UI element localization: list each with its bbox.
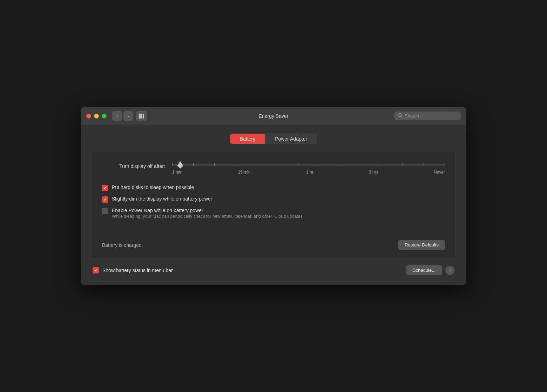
search-bar[interactable] (394, 111, 461, 120)
svg-rect-6 (139, 117, 141, 119)
app-window: ‹ › Energy Saver (81, 107, 466, 285)
slider-track-wrap (172, 161, 445, 168)
checkbox-section: ✓ Put hard disks to sleep when possible … (102, 184, 445, 219)
traffic-lights (86, 114, 107, 119)
svg-rect-7 (141, 117, 142, 119)
dim-display-label: Slightly dim the display while on batter… (112, 196, 212, 202)
svg-line-10 (401, 116, 403, 118)
main-panel: Turn display off after: (91, 151, 456, 259)
svg-rect-1 (141, 114, 142, 115)
restore-defaults-button[interactable]: Restore Defaults (398, 240, 445, 250)
tab-group: Battery Power Adapter (230, 134, 317, 144)
slider-label-1hr: 1 hr (306, 170, 313, 175)
slider-section: Turn display off after: (102, 161, 445, 175)
show-battery-row: ✓ Show battery status in menu bar (93, 267, 173, 273)
nav-buttons: ‹ › (112, 111, 147, 121)
close-button[interactable] (86, 114, 91, 119)
show-battery-checkbox[interactable]: ✓ (93, 267, 99, 273)
list-item: ✓ Slightly dim the display while on batt… (102, 196, 445, 203)
svg-rect-8 (143, 117, 144, 119)
slider-label: Turn display off after: (102, 161, 165, 169)
titlebar: ‹ › Energy Saver (81, 107, 466, 125)
search-input[interactable] (405, 113, 457, 119)
slider-thumb[interactable] (177, 161, 183, 169)
dim-display-checkbox[interactable]: ✓ (102, 196, 108, 203)
content-area: Battery Power Adapter Turn display off a… (81, 125, 466, 285)
power-nap-text-group: Enable Power Nap while on battery power … (112, 208, 303, 219)
slider-label-1min: 1 min (172, 170, 182, 175)
checkmark-icon: ✓ (103, 186, 107, 190)
list-item: Enable Power Nap while on battery power … (102, 208, 445, 219)
minimize-button[interactable] (94, 114, 99, 119)
checkmark-icon: ✓ (94, 268, 97, 272)
svg-rect-2 (143, 114, 144, 115)
tab-battery[interactable]: Battery (230, 134, 265, 144)
svg-rect-5 (143, 115, 144, 117)
battery-status: Battery is charged. (102, 242, 143, 248)
slider-track (172, 164, 445, 165)
power-nap-checkbox[interactable] (102, 208, 108, 214)
forward-button[interactable]: › (123, 111, 133, 121)
help-button[interactable]: ? (445, 266, 454, 275)
list-item: ✓ Put hard disks to sleep when possible (102, 184, 445, 191)
slider-labels: 1 min 15 min 1 hr 3 hrs Never (172, 170, 445, 175)
search-icon (398, 113, 403, 119)
grid-button[interactable] (136, 111, 147, 121)
hard-disks-text-group: Put hard disks to sleep when possible (112, 184, 194, 190)
right-controls: Schedule... ? (406, 265, 454, 275)
tab-segment: Battery Power Adapter (91, 134, 456, 144)
power-nap-sublabel: While sleeping, your Mac can periodicall… (112, 214, 303, 219)
window-title: Energy Saver (259, 113, 289, 119)
tab-power-adapter[interactable]: Power Adapter (265, 134, 317, 144)
maximize-button[interactable] (102, 114, 107, 119)
grid-icon (139, 113, 144, 119)
show-battery-label: Show battery status in menu bar (102, 268, 173, 273)
outside-footer: ✓ Show battery status in menu bar Schedu… (91, 265, 456, 275)
svg-rect-3 (139, 115, 141, 117)
hard-disks-checkbox[interactable]: ✓ (102, 185, 108, 191)
schedule-button[interactable]: Schedule... (406, 265, 442, 275)
panel-footer: Battery is charged. Restore Defaults (102, 240, 445, 250)
back-button[interactable]: ‹ (112, 111, 122, 121)
svg-rect-4 (141, 115, 142, 117)
svg-rect-0 (139, 114, 141, 115)
slider-label-15min: 15 min (238, 170, 251, 175)
slider-label-3hrs: 3 hrs (369, 170, 378, 175)
hard-disks-label: Put hard disks to sleep when possible (112, 184, 194, 190)
power-nap-label: Enable Power Nap while on battery power (112, 208, 303, 213)
slider-label-never: Never (434, 170, 445, 175)
slider-container: 1 min 15 min 1 hr 3 hrs Never (172, 161, 445, 175)
dim-display-text-group: Slightly dim the display while on batter… (112, 196, 212, 202)
checkmark-icon: ✓ (103, 197, 107, 202)
